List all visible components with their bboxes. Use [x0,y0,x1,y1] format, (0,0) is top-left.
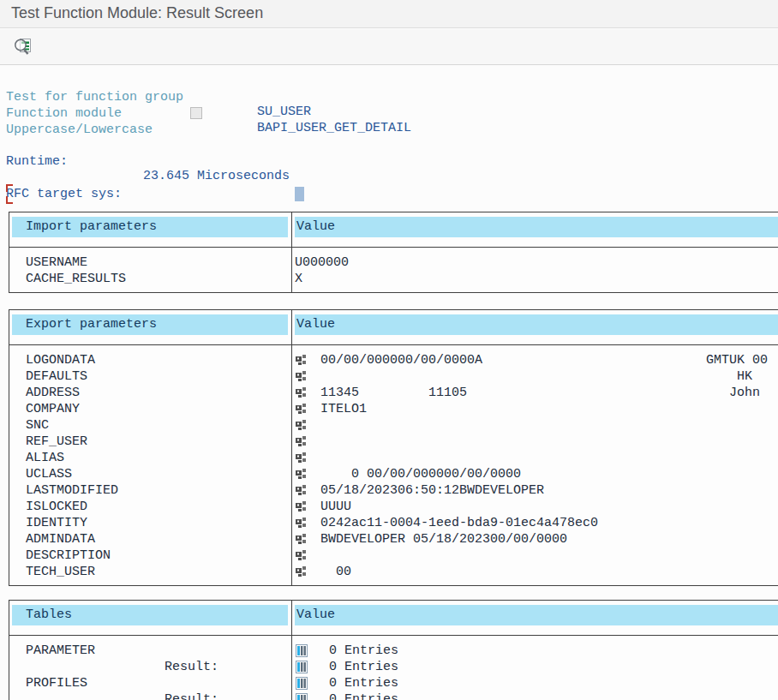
param-value-cell: U000000 [291,254,778,271]
column-divider [291,310,292,585]
param-value-cell: ITELO1 [291,401,778,417]
display-result-magnifier-icon[interactable] [12,36,34,58]
param-value: 0 Entries [329,691,398,700]
table-grid-icon[interactable] [296,661,308,673]
param-value: 00/00/000000/00/0000A GMTUK 00 [320,352,768,368]
param-name: PARAMETER [9,643,291,659]
rfc-input-corner-top-icon [6,184,13,192]
structure-icon[interactable] [296,565,307,578]
structure-icon[interactable] [296,500,307,513]
structure-icon[interactable] [296,370,307,383]
param-name: USERNAME [9,254,291,271]
table-row: ALIAS [9,450,778,466]
import-parameters-header: Import parameters Value [9,212,778,248]
param-name: PROFILES [9,675,291,691]
structure-icon[interactable] [296,517,307,529]
table-row: UCLASS 0 00/00/000000/00/0000 [9,466,778,482]
structure-icon[interactable] [296,452,307,464]
param-name: UCLASS [9,466,291,482]
import-parameters-header-title: Import parameters [12,217,288,237]
param-value-cell: 00/00/000000/00/0000A GMTUK 00 [291,352,778,368]
structure-icon[interactable] [296,435,307,448]
tables-body: PARAMETER0 Entries Result:0 EntriesPROFI… [9,636,778,700]
rfc-target-input[interactable] [295,187,304,201]
export-parameters-header-value: Value [295,314,778,335]
param-value: 0 Entries [329,659,398,675]
structure-icon[interactable] [296,533,307,546]
table-row: LASTMODIFIED05/18/202306:50:12BWDEVELOPE… [9,482,778,499]
rfc-input-corner-bottom-icon [6,196,13,204]
table-grid-icon[interactable] [296,677,308,690]
param-value-cell: UUUU [291,499,778,515]
param-name: ALIAS [9,450,291,466]
import-parameters-table: Import parameters Value USERNAME U000000… [9,212,778,293]
structure-icon[interactable] [296,403,307,416]
uppercase-lowercase-checkbox[interactable] [190,107,202,119]
param-value-cell: 0242ac11-0004-1eed-bda9-01ec4a478ec0 [291,515,778,531]
title-bar: Test Function Module: Result Screen [0,0,778,28]
structure-icon[interactable] [296,549,307,562]
param-name: ADDRESS [9,385,291,401]
param-value: 05/18/202306:50:12BWDEVELOPER [320,482,544,499]
table-grid-icon[interactable] [296,644,308,657]
structure-icon[interactable] [296,419,307,432]
table-row: ADMINDATABWDEVELOPER 05/18/202300/00/000… [9,531,778,547]
param-name: Result: [9,691,291,700]
table-row: COMPANYITELO1 [9,401,778,417]
param-value-cell: 0 00/00/000000/00/0000 [291,466,778,482]
param-name: LASTMODIFIED [9,482,291,499]
param-value: 0242ac11-0004-1eed-bda9-01ec4a478ec0 [320,515,598,531]
table-row: Result:0 Entries [9,691,778,700]
table-grid-icon[interactable] [296,693,308,700]
param-value: HK [320,368,752,385]
param-name: REF_USER [9,434,291,450]
rfc-target-label: RFC target sys: [6,187,122,201]
param-value-cell: 0 Entries [291,691,778,700]
param-value: X [295,271,302,287]
structure-icon[interactable] [296,354,307,367]
param-value-cell: 0 Entries [291,675,778,691]
table-row: PROFILES0 Entries [9,675,778,691]
export-parameters-header-title: Export parameters [12,314,288,335]
page-title: Test Function Module: Result Screen [11,4,263,22]
table-row: ISLOCKEDUUUU [9,499,778,515]
param-value: 0 Entries [329,675,398,691]
param-name: ADMINDATA [9,531,291,547]
param-name: Result: [9,659,291,675]
param-name: CACHE_RESULTS [9,271,291,287]
param-name: DEFAULTS [9,368,291,385]
application-toolbar [0,29,778,65]
param-value: 11345 11105 John [320,385,760,401]
tables-table: Tables Value PARAMETER0 Entries Result:0… [9,600,778,700]
param-value: U000000 [295,254,349,271]
param-name: ISLOCKED [9,499,291,515]
structure-icon[interactable] [296,386,307,399]
param-value-cell [291,547,778,564]
case-label: Uppercase/Lowercase [6,123,153,137]
param-value-cell [291,434,778,450]
column-divider [291,601,292,700]
structure-icon[interactable] [296,484,307,497]
import-parameters-header-value: Value [295,217,778,237]
case-row: Uppercase/Lowercase [0,108,778,124]
param-name: COMPANY [9,401,291,417]
runtime-label: Runtime: [6,154,68,169]
param-value: 0 00/00/000000/00/0000 [320,466,521,482]
rfc-target-row: RFC target sys: [0,172,778,188]
table-row: DESCRIPTION [9,547,778,564]
table-row: SNC [9,417,778,434]
table-row: DEFAULTS HK [9,368,778,385]
tables-header-title: Tables [12,605,288,625]
runtime-row: Runtime: 23.645 Microseconds [0,140,778,156]
param-value: ITELO1 [320,401,367,417]
param-value-cell: X [291,271,778,287]
structure-icon[interactable] [296,468,307,481]
param-value-cell: HK [291,368,778,385]
table-row: LOGONDATA00/00/000000/00/0000A GMTUK 00 [9,352,778,368]
table-row: ADDRESS11345 11105 John [9,385,778,401]
param-name: TECH_USER [9,564,291,580]
param-value-cell: 0 Entries [291,643,778,659]
export-parameters-header: Export parameters Value [9,310,778,345]
param-value: UUUU [320,499,351,515]
column-divider [291,212,292,292]
